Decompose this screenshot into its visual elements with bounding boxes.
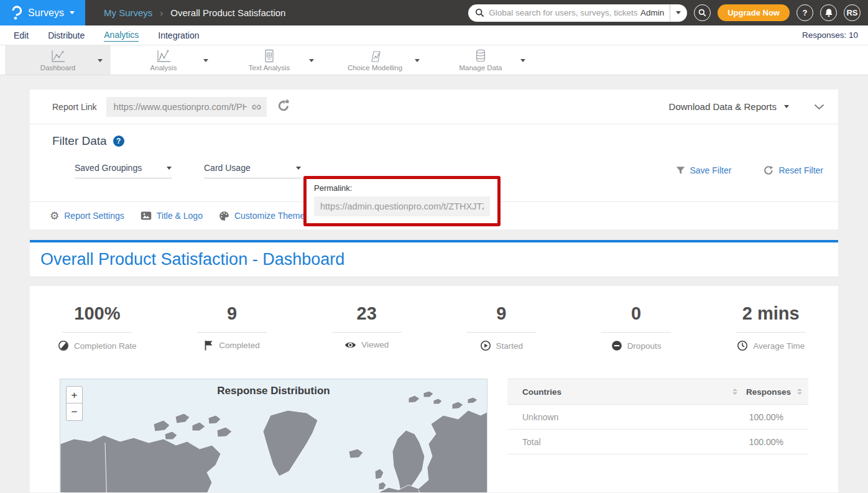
permalink-label: Permalink:: [314, 183, 490, 193]
dashboard-card: 100% Completion Rate 9 Completed: [30, 286, 838, 492]
country-responses: 100.00%: [749, 437, 783, 447]
tab-distribute[interactable]: Distribute: [48, 29, 85, 42]
reset-filter-button[interactable]: Reset Filter: [764, 165, 823, 175]
card-usage-select[interactable]: Card Usage: [204, 163, 301, 178]
search-scope-label[interactable]: Admin: [640, 8, 664, 17]
chevron-down-icon[interactable]: [415, 59, 420, 62]
global-search[interactable]: Admin: [468, 4, 687, 22]
help-icon[interactable]: ?: [113, 136, 124, 147]
top-header: Surveys My Surveys › Overall Product Sat…: [0, 0, 868, 25]
collapse-panel-button[interactable]: [814, 104, 824, 110]
stat-started: 9 Started: [434, 303, 569, 354]
avatar[interactable]: RS: [844, 4, 861, 21]
bell-icon: [824, 8, 833, 17]
stat-dropouts: 0 Dropouts: [569, 303, 704, 354]
search-scope-caret-icon[interactable]: [676, 11, 681, 14]
response-distribution-map: Response Distribution + −: [60, 379, 487, 492]
stat-value: 9: [165, 303, 300, 324]
chevron-down-icon[interactable]: [309, 59, 314, 62]
report-link-input[interactable]: [106, 97, 267, 117]
filter-data-title: Filter Data: [52, 134, 107, 148]
stat-viewed: 23 Viewed: [299, 303, 434, 354]
help-button[interactable]: ?: [796, 4, 813, 21]
upgrade-button[interactable]: Upgrade Now: [718, 4, 790, 21]
column-responses[interactable]: Responses: [746, 387, 791, 397]
gear-icon: ⚙: [50, 211, 59, 221]
toolbar-item-label: Choice Modelling: [348, 64, 402, 71]
header-actions: Admin Upgrade Now ? RS: [468, 4, 868, 22]
toolbar-item-text-analysis[interactable]: Text Analysis: [216, 45, 322, 75]
search-divider: [670, 4, 670, 21]
save-filter-button[interactable]: Save Filter: [676, 165, 732, 175]
play-circle-icon: [480, 340, 491, 351]
manage-data-icon: [474, 49, 487, 63]
tab-edit[interactable]: Edit: [14, 29, 29, 42]
palette-icon: [219, 211, 229, 221]
sort-icon[interactable]: [732, 389, 737, 395]
product-menu-label: Surveys: [28, 7, 64, 19]
stat-value: 2 mins: [703, 303, 838, 324]
sort-icon[interactable]: [797, 389, 802, 395]
search-icon: [698, 9, 706, 17]
download-data-reports-label: Download Data & Reports: [669, 101, 777, 112]
map-zoom-out-button[interactable]: −: [66, 403, 83, 421]
search-input[interactable]: [489, 8, 640, 17]
minus-circle-icon: [611, 340, 622, 351]
search-icon: [475, 8, 484, 17]
secure-link-icon[interactable]: [277, 99, 290, 114]
stat-label: Completed: [219, 341, 259, 350]
download-data-reports-menu[interactable]: Download Data & Reports: [669, 101, 789, 112]
funnel-icon: [676, 166, 685, 175]
column-countries[interactable]: Countries: [522, 387, 732, 397]
eye-icon: [344, 341, 356, 349]
dashboard-chart-icon: [50, 49, 66, 63]
chevron-down-icon[interactable]: [98, 59, 103, 62]
report-settings-link[interactable]: ⚙ Report Settings: [50, 211, 124, 221]
text-analysis-icon: [262, 49, 276, 63]
chevron-down-icon: [296, 167, 301, 170]
world-map[interactable]: [60, 390, 487, 492]
survey-nav-tabs: Edit Distribute Analytics Integration Re…: [0, 25, 868, 45]
question-mark-icon: ?: [803, 8, 808, 17]
save-filter-label: Save Filter: [690, 165, 732, 175]
title-band: Overall Product Satisfaction - Dashboard: [30, 242, 838, 277]
report-link-row: Report Link Download Data & Reports: [30, 90, 838, 124]
tab-analytics[interactable]: Analytics: [104, 29, 139, 42]
country-responses: 100.00%: [749, 412, 783, 422]
permalink-input[interactable]: [314, 196, 490, 216]
chevron-down-icon: [814, 104, 824, 110]
report-settings-label: Report Settings: [64, 211, 124, 221]
chevron-down-icon[interactable]: [520, 59, 525, 62]
toolbar-item-analysis[interactable]: Analysis: [111, 45, 216, 75]
responses-count: Responses: 10: [802, 30, 858, 40]
notifications-button[interactable]: [820, 4, 837, 21]
breadcrumb-my-surveys[interactable]: My Surveys: [104, 7, 152, 18]
tab-integration[interactable]: Integration: [158, 29, 199, 42]
app-logo-menu[interactable]: Surveys: [0, 0, 85, 25]
stat-value: 100%: [30, 303, 165, 324]
stat-value: 9: [434, 303, 569, 324]
customize-theme-link[interactable]: Customize Theme: [219, 211, 305, 221]
analysis-chart-icon: [155, 49, 172, 63]
title-logo-link[interactable]: Title & Logo: [141, 211, 203, 221]
permalink-highlight-box: Permalink:: [303, 176, 501, 226]
toolbar-item-choice-modelling[interactable]: Choice Modelling: [322, 45, 428, 75]
customize-theme-label: Customize Theme: [234, 211, 305, 221]
toolbar-item-dashboard[interactable]: Dashboard: [5, 45, 111, 75]
breadcrumb: My Surveys › Overall Product Satisfactio…: [104, 7, 285, 18]
report-settings-card: Report Link Download Data & Reports: [30, 90, 838, 229]
image-icon: [141, 211, 152, 221]
link-icon[interactable]: [251, 102, 262, 114]
map-zoom-in-button[interactable]: +: [66, 386, 83, 403]
advanced-search-button[interactable]: [694, 4, 711, 21]
chevron-down-icon: [167, 167, 172, 170]
page-title: Overall Product Satisfaction - Dashboard: [40, 250, 344, 269]
card-usage-label: Card Usage: [204, 163, 251, 173]
breadcrumb-current: Overall Product Satisfaction: [170, 7, 285, 18]
chevron-down-icon[interactable]: [203, 59, 208, 62]
stat-completed: 9 Completed: [165, 303, 300, 354]
choice-modelling-icon: [367, 49, 382, 63]
saved-groupings-select[interactable]: Saved Groupings: [75, 163, 172, 178]
toolbar-item-manage-data[interactable]: Manage Data: [428, 45, 533, 75]
refresh-icon: [764, 165, 773, 175]
